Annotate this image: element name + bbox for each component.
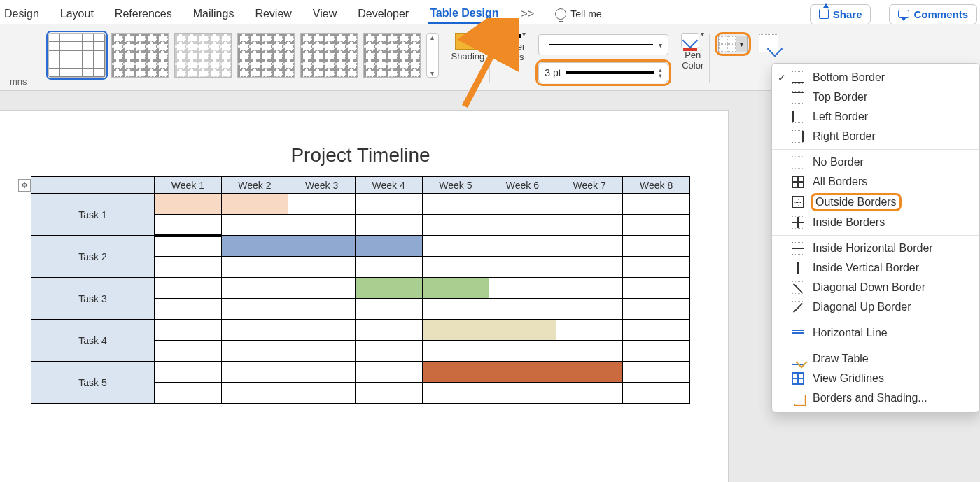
menu-item-diagonal-down[interactable]: Diagonal Down Border bbox=[772, 278, 979, 297]
table-style-5[interactable] bbox=[300, 33, 358, 78]
border-styles-button[interactable]: ▾ Border Styles bbox=[497, 30, 526, 62]
table-header-row: Week 1 Week 2 Week 3 Week 4 Week 5 Week … bbox=[31, 177, 690, 194]
table-style-2[interactable] bbox=[111, 33, 169, 78]
border-top-icon bbox=[792, 91, 804, 104]
table-row[interactable]: Task 1 bbox=[31, 194, 690, 215]
pen-color-button[interactable]: ▾ Pen Color bbox=[681, 30, 704, 71]
pen-color-label: Pen Color bbox=[682, 50, 704, 71]
menu-item-horizontal-line[interactable]: Horizontal Line bbox=[772, 323, 979, 343]
paint-bucket-icon bbox=[455, 33, 476, 50]
comments-button[interactable]: Comments bbox=[889, 4, 977, 24]
tab-mailings[interactable]: Mailings bbox=[192, 5, 236, 23]
tab-review[interactable]: Review bbox=[253, 5, 293, 23]
border-left-icon bbox=[792, 111, 804, 123]
share-button[interactable]: Share bbox=[810, 4, 872, 24]
header-empty bbox=[31, 177, 155, 194]
styles-paginator[interactable]: ▴▾ bbox=[426, 33, 439, 78]
header-week: Week 7 bbox=[556, 177, 623, 194]
border-bottom-icon bbox=[792, 71, 804, 84]
task-label: Task 2 bbox=[31, 236, 155, 278]
chevron-down-icon[interactable]: ▾ bbox=[477, 30, 481, 38]
borders-dropdown: ✓Bottom Border Top Border Left Border Ri… bbox=[771, 63, 980, 413]
shading-label: Shading bbox=[451, 51, 485, 62]
table-row[interactable]: Task 4 bbox=[31, 320, 690, 341]
timeline-table[interactable]: Week 1 Week 2 Week 3 Week 4 Week 5 Week … bbox=[31, 176, 690, 404]
shading-button[interactable]: ▾ Shading bbox=[451, 30, 485, 62]
group-shading: ▾ Shading bbox=[446, 29, 491, 89]
chevron-up-icon[interactable]: ▴ bbox=[430, 34, 434, 41]
share-label: Share bbox=[833, 8, 862, 20]
tab-design[interactable]: Design bbox=[3, 5, 41, 23]
border-weight-value: 3 pt bbox=[545, 67, 561, 78]
tab-developer[interactable]: Developer bbox=[356, 5, 410, 23]
comments-label: Comments bbox=[913, 8, 968, 20]
menu-item-top-border[interactable]: Top Border bbox=[772, 87, 979, 107]
chevron-down-icon[interactable]: ▾ bbox=[659, 41, 662, 49]
tab-layout[interactable]: Layout bbox=[59, 5, 95, 23]
header-week: Week 1 bbox=[155, 177, 222, 194]
chevron-down-icon[interactable]: ▾ bbox=[522, 30, 526, 38]
page: ✥ Project Timeline Week 1 Week 2 Week 3 … bbox=[0, 111, 728, 482]
task-label: Task 1 bbox=[31, 194, 155, 236]
border-all-icon bbox=[792, 176, 804, 188]
menu-item-borders-shading[interactable]: Borders and Shading... bbox=[772, 388, 979, 408]
menu-item-draw-table[interactable]: Draw Table bbox=[772, 349, 979, 369]
menu-item-inside-vertical[interactable]: Inside Vertical Border bbox=[772, 258, 979, 278]
menu-item-bottom-border[interactable]: ✓Bottom Border bbox=[772, 68, 979, 87]
tab-table-design[interactable]: Table Design bbox=[428, 4, 500, 24]
task-label: Task 3 bbox=[31, 278, 155, 320]
chevron-down-icon[interactable]: ▾ bbox=[430, 69, 434, 77]
header-week: Week 3 bbox=[288, 177, 356, 194]
pen-icon bbox=[681, 33, 699, 48]
header-week: Week 8 bbox=[623, 177, 690, 194]
border-inside-icon bbox=[792, 216, 804, 229]
task-label: Task 4 bbox=[31, 320, 155, 362]
border-weight-selector[interactable]: 3 pt ▴▾ bbox=[538, 62, 668, 83]
border-styles-label: Border Styles bbox=[498, 41, 525, 62]
table-row[interactable]: Task 3 bbox=[31, 278, 690, 299]
border-outside-icon bbox=[792, 196, 804, 208]
border-diag-up-icon bbox=[792, 301, 804, 313]
group-table-styles: ▴▾ bbox=[43, 29, 444, 89]
border-style-selector[interactable]: ▾ bbox=[538, 34, 668, 55]
menu-item-diagonal-up[interactable]: Diagonal Up Border bbox=[772, 297, 979, 317]
group-pen-color: ▾ Pen Color bbox=[676, 29, 710, 89]
stepper-icon[interactable]: ▴▾ bbox=[659, 67, 662, 78]
tell-me-search[interactable]: Tell me bbox=[555, 8, 601, 20]
menu-item-right-border[interactable]: Right Border bbox=[772, 127, 979, 146]
menu-item-all-borders[interactable]: All Borders bbox=[772, 172, 979, 192]
group-border-weight: ▾ 3 pt ▴▾ bbox=[533, 29, 674, 89]
header-week: Week 2 bbox=[221, 177, 288, 194]
tab-view[interactable]: View bbox=[312, 5, 338, 23]
borders-shading-icon bbox=[792, 392, 804, 404]
border-right-icon bbox=[792, 130, 804, 143]
tell-me-label: Tell me bbox=[570, 8, 601, 20]
header-week: Week 6 bbox=[489, 177, 556, 194]
table-row[interactable]: Task 2 bbox=[31, 236, 690, 257]
borders-icon bbox=[718, 36, 736, 52]
menu-item-inside-horizontal[interactable]: Inside Horizontal Border bbox=[772, 239, 979, 258]
chevron-down-icon[interactable]: ▾ bbox=[701, 30, 704, 38]
menu-item-inside-borders[interactable]: Inside Borders bbox=[772, 213, 979, 232]
table-move-handle[interactable]: ✥ bbox=[18, 179, 31, 192]
table-style-6[interactable] bbox=[363, 33, 421, 78]
border-diag-down-icon bbox=[792, 281, 804, 294]
border-painter-button[interactable] bbox=[759, 34, 778, 52]
table-row[interactable]: Task 5 bbox=[31, 362, 690, 383]
header-week: Week 4 bbox=[355, 177, 422, 194]
border-inside-h-icon bbox=[792, 242, 804, 255]
menu-item-no-border[interactable]: No Border bbox=[772, 153, 979, 172]
menu-item-left-border[interactable]: Left Border bbox=[772, 107, 979, 127]
menu-item-outside-borders[interactable]: Outside Borders bbox=[772, 192, 979, 213]
table-style-1[interactable] bbox=[48, 33, 106, 78]
draw-table-icon bbox=[792, 353, 804, 365]
table-style-4[interactable] bbox=[237, 33, 295, 78]
gridlines-icon bbox=[792, 372, 804, 385]
task-label: Task 5 bbox=[31, 362, 155, 404]
tabs-overflow[interactable]: >> bbox=[519, 8, 538, 20]
menu-item-view-gridlines[interactable]: View Gridlines bbox=[772, 369, 979, 388]
tab-references[interactable]: References bbox=[113, 5, 174, 23]
borders-split-button[interactable]: ▾ bbox=[717, 34, 749, 54]
table-style-3[interactable] bbox=[174, 33, 232, 78]
chevron-down-icon[interactable]: ▾ bbox=[736, 36, 748, 52]
